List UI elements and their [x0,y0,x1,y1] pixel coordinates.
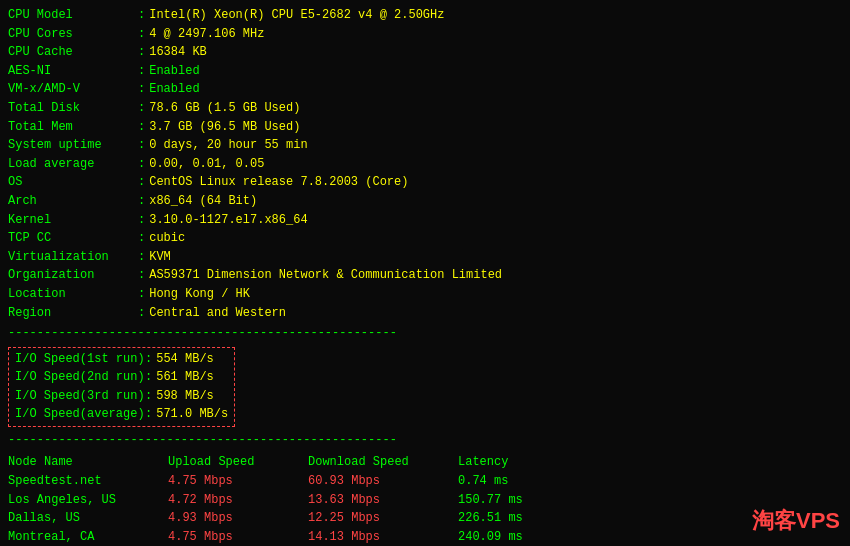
net-node-3: Montreal, CA [8,528,168,546]
colon-2: : [138,43,145,62]
info-row-total-mem: Total Mem : 3.7 GB (96.5 MB Used) [8,118,842,137]
divider-bottom: ----------------------------------------… [8,431,842,450]
label-total-mem: Total Mem [8,118,138,137]
net-node-0: Speedtest.net [8,472,168,491]
label-total-disk: Total Disk [8,99,138,118]
info-row-cpu-cache: CPU Cache : 16384 KB [8,43,842,62]
info-row-load: Load average : 0.00, 0.01, 0.05 [8,155,842,174]
info-row-org: Organization : AS59371 Dimension Network… [8,266,842,285]
value-uptime: 0 days, 20 hour 55 min [149,136,307,155]
io-colon-3: : [145,387,152,406]
label-arch: Arch [8,192,138,211]
io-colon-avg: : [145,405,152,424]
io-label-1: I/O Speed(1st run) [15,350,145,369]
info-row-arch: Arch : x86_64 (64 Bit) [8,192,842,211]
net-upload-3: 4.75 Mbps [168,528,308,546]
colon-14: : [138,266,145,285]
colon-8: : [138,155,145,174]
terminal-window: CPU Model : Intel(R) Xeon(R) CPU E5-2682… [0,0,850,546]
colon-10: : [138,192,145,211]
network-row-1: Los Angeles, US 4.72 Mbps 13.63 Mbps 150… [8,491,842,510]
io-row-avg: I/O Speed(average) : 571.0 MB/s [15,405,228,424]
header-download: Download Speed [308,452,458,472]
network-row-2: Dallas, US 4.93 Mbps 12.25 Mbps 226.51 m… [8,509,842,528]
info-row-virt: Virtualization : KVM [8,248,842,267]
label-vm: VM-x/AMD-V [8,80,138,99]
net-latency-3: 240.09 ms [458,528,558,546]
label-region: Region [8,304,138,323]
info-row-cpu-model: CPU Model : Intel(R) Xeon(R) CPU E5-2682… [8,6,842,25]
colon-1: : [138,25,145,44]
label-cpu-cores: CPU Cores [8,25,138,44]
colon-16: : [138,304,145,323]
label-virt: Virtualization [8,248,138,267]
label-kernel: Kernel [8,211,138,230]
colon-5: : [138,99,145,118]
value-total-disk: 78.6 GB (1.5 GB Used) [149,99,300,118]
info-row-aes-ni: AES-NI : Enabled [8,62,842,81]
io-value-avg: 571.0 MB/s [156,405,228,424]
colon-3: : [138,62,145,81]
info-row-region: Region : Central and Western [8,304,842,323]
net-download-1: 13.63 Mbps [308,491,458,510]
system-info-section: CPU Model : Intel(R) Xeon(R) CPU E5-2682… [8,6,842,322]
value-region: Central and Western [149,304,286,323]
io-speed-section: I/O Speed(1st run) : 554 MB/s I/O Speed(… [8,347,235,427]
io-value-3: 598 MB/s [156,387,214,406]
label-location: Location [8,285,138,304]
info-row-tcp: TCP CC : cubic [8,229,842,248]
value-arch: x86_64 (64 Bit) [149,192,257,211]
value-cpu-model: Intel(R) Xeon(R) CPU E5-2682 v4 @ 2.50GH… [149,6,444,25]
divider-top: ----------------------------------------… [8,324,842,343]
value-kernel: 3.10.0-1127.el7.x86_64 [149,211,307,230]
io-row-2: I/O Speed(2nd run) : 561 MB/s [15,368,228,387]
value-virt: KVM [149,248,171,267]
value-cpu-cache: 16384 KB [149,43,207,62]
info-row-cpu-cores: CPU Cores : 4 @ 2497.106 MHz [8,25,842,44]
value-os: CentOS Linux release 7.8.2003 (Core) [149,173,408,192]
net-latency-1: 150.77 ms [458,491,558,510]
colon-7: : [138,136,145,155]
io-label-3: I/O Speed(3rd run) [15,387,145,406]
info-row-location: Location : Hong Kong / HK [8,285,842,304]
io-colon-2: : [145,368,152,387]
value-aes-ni: Enabled [149,62,199,81]
net-download-3: 14.13 Mbps [308,528,458,546]
colon-11: : [138,211,145,230]
net-upload-2: 4.93 Mbps [168,509,308,528]
label-uptime: System uptime [8,136,138,155]
value-load: 0.00, 0.01, 0.05 [149,155,264,174]
net-download-0: 60.93 Mbps [308,472,458,491]
info-row-uptime: System uptime : 0 days, 20 hour 55 min [8,136,842,155]
io-label-avg: I/O Speed(average) [15,405,145,424]
value-org: AS59371 Dimension Network & Communicatio… [149,266,502,285]
network-header: Node Name Upload Speed Download Speed La… [8,452,842,472]
net-upload-1: 4.72 Mbps [168,491,308,510]
net-download-2: 12.25 Mbps [308,509,458,528]
io-colon-1: : [145,350,152,369]
colon-0: : [138,6,145,25]
colon-6: : [138,118,145,137]
value-location: Hong Kong / HK [149,285,250,304]
info-row-os: OS : CentOS Linux release 7.8.2003 (Core… [8,173,842,192]
label-os: OS [8,173,138,192]
colon-12: : [138,229,145,248]
label-aes-ni: AES-NI [8,62,138,81]
label-cpu-cache: CPU Cache [8,43,138,62]
label-load: Load average [8,155,138,174]
info-row-total-disk: Total Disk : 78.6 GB (1.5 GB Used) [8,99,842,118]
net-latency-0: 0.74 ms [458,472,558,491]
network-row-3: Montreal, CA 4.75 Mbps 14.13 Mbps 240.09… [8,528,842,546]
io-value-1: 554 MB/s [156,350,214,369]
colon-15: : [138,285,145,304]
header-latency: Latency [458,452,558,472]
value-vm: Enabled [149,80,199,99]
watermark: 淘客VPS [752,506,840,536]
value-total-mem: 3.7 GB (96.5 MB Used) [149,118,300,137]
net-node-2: Dallas, US [8,509,168,528]
label-tcp: TCP CC [8,229,138,248]
info-row-kernel: Kernel : 3.10.0-1127.el7.x86_64 [8,211,842,230]
info-row-vm: VM-x/AMD-V : Enabled [8,80,842,99]
io-row-1: I/O Speed(1st run) : 554 MB/s [15,350,228,369]
value-cpu-cores: 4 @ 2497.106 MHz [149,25,264,44]
